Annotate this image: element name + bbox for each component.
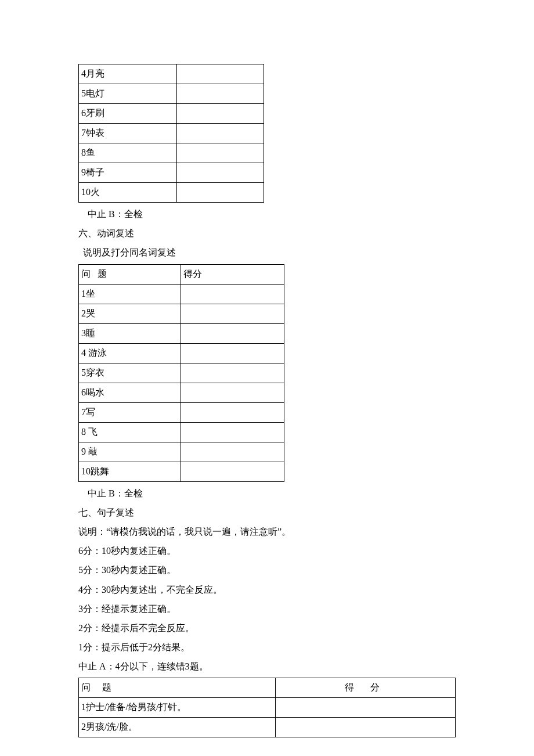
item-label: 1护士/准备/给男孩/打针。 bbox=[79, 698, 276, 718]
table-row: 5穿衣 bbox=[79, 363, 284, 383]
item-score bbox=[181, 402, 284, 422]
col-score: 得 分 bbox=[276, 678, 456, 698]
item-score bbox=[181, 442, 284, 462]
item-score bbox=[177, 143, 264, 163]
item-label: 6喝水 bbox=[79, 383, 181, 402]
item-label: 4月亮 bbox=[79, 64, 177, 84]
item-score bbox=[181, 284, 284, 304]
table-row: 6喝水 bbox=[79, 383, 284, 402]
table-row: 5电灯 bbox=[79, 84, 264, 104]
table-row: 4 游泳 bbox=[79, 343, 284, 363]
item-label: 5电灯 bbox=[79, 84, 177, 104]
table-row: 9椅子 bbox=[79, 163, 264, 183]
table-row: 7钟表 bbox=[79, 124, 264, 143]
item-label: 2哭 bbox=[79, 304, 181, 323]
item-label: 5穿衣 bbox=[79, 363, 181, 383]
item-score bbox=[177, 104, 264, 124]
table-row: 6牙刷 bbox=[79, 104, 264, 124]
section-6-note: 说明及打分同名词复述 bbox=[78, 244, 456, 260]
item-score bbox=[177, 183, 264, 203]
item-label: 6牙刷 bbox=[79, 104, 177, 124]
table-row: 2哭 bbox=[79, 304, 284, 323]
item-label: 10跳舞 bbox=[79, 462, 181, 481]
table-row: 3睡 bbox=[79, 323, 284, 343]
item-label: 8鱼 bbox=[79, 143, 177, 163]
table-row: 10火 bbox=[79, 183, 264, 203]
item-label: 2男孩/洗/脸。 bbox=[79, 718, 276, 737]
table-row: 9 敲 bbox=[79, 442, 284, 462]
table-row: 2男孩/洗/脸。 bbox=[79, 718, 456, 737]
criteria-line: 1分：提示后低于2分结果。 bbox=[78, 639, 456, 655]
criteria-line: 中止 A：4分以下，连续错3题。 bbox=[78, 658, 456, 674]
item-label: 10火 bbox=[79, 183, 177, 203]
table-row: 1护士/准备/给男孩/打针。 bbox=[79, 698, 456, 718]
item-label: 3睡 bbox=[79, 323, 181, 343]
item-score bbox=[181, 304, 284, 323]
item-label: 8 飞 bbox=[79, 422, 181, 442]
item-label: 4 游泳 bbox=[79, 343, 181, 363]
item-score bbox=[177, 163, 264, 183]
col-question: 问 题 bbox=[79, 264, 181, 284]
verb-repeat-table: 问 题 得分 1坐2哭3睡4 游泳5穿衣6喝水7写8 飞9 敲10跳舞 bbox=[78, 264, 284, 482]
item-score bbox=[177, 84, 264, 104]
item-label: 9椅子 bbox=[79, 163, 177, 183]
item-score bbox=[276, 698, 456, 718]
table-header-row: 问 题 得分 bbox=[79, 264, 284, 284]
item-score bbox=[181, 383, 284, 402]
noun-repeat-table-cont: 4月亮5电灯6牙刷7钟表8鱼9椅子10火 bbox=[78, 64, 264, 203]
table-row: 8鱼 bbox=[79, 143, 264, 163]
item-score bbox=[177, 64, 264, 84]
scoring-criteria: 6分：10秒内复述正确。5分：30秒内复述正确。4分：30秒内复述出，不完全反应… bbox=[78, 543, 456, 674]
table-row: 1坐 bbox=[79, 284, 284, 304]
item-label: 7写 bbox=[79, 402, 181, 422]
item-score bbox=[181, 363, 284, 383]
section-7-instruction: 说明：“请模仿我说的话，我只说一遍，请注意听”。 bbox=[78, 524, 456, 539]
item-label: 9 敲 bbox=[79, 442, 181, 462]
table-row: 10跳舞 bbox=[79, 462, 284, 481]
item-score bbox=[181, 422, 284, 442]
stop-b-note-1: 中止 B：全检 bbox=[78, 206, 456, 222]
section-7-title: 七、句子复述 bbox=[78, 505, 456, 520]
table-row: 4月亮 bbox=[79, 64, 264, 84]
item-score bbox=[181, 323, 284, 343]
table-header-row: 问 题 得 分 bbox=[79, 678, 456, 698]
item-score bbox=[276, 718, 456, 737]
col-score: 得分 bbox=[181, 264, 284, 284]
item-score bbox=[181, 343, 284, 363]
criteria-line: 2分：经提示后不完全反应。 bbox=[78, 620, 456, 636]
criteria-line: 5分：30秒内复述正确。 bbox=[78, 562, 456, 578]
item-score bbox=[177, 124, 264, 143]
table-row: 8 飞 bbox=[79, 422, 284, 442]
item-score bbox=[181, 462, 284, 481]
item-label: 7钟表 bbox=[79, 124, 177, 143]
page-content: 4月亮5电灯6牙刷7钟表8鱼9椅子10火 中止 B：全检 六、动词复述 说明及打… bbox=[0, 0, 534, 756]
sentence-repeat-table: 问 题 得 分 1护士/准备/给男孩/打针。2男孩/洗/脸。 bbox=[78, 678, 456, 737]
section-6-title: 六、动词复述 bbox=[78, 225, 456, 241]
table-row: 7写 bbox=[79, 402, 284, 422]
criteria-line: 6分：10秒内复述正确。 bbox=[78, 543, 456, 559]
criteria-line: 3分：经提示复述正确。 bbox=[78, 601, 456, 617]
col-question: 问 题 bbox=[79, 678, 276, 698]
criteria-line: 4分：30秒内复述出，不完全反应。 bbox=[78, 582, 456, 597]
item-label: 1坐 bbox=[79, 284, 181, 304]
stop-b-note-2: 中止 B：全检 bbox=[78, 485, 456, 501]
